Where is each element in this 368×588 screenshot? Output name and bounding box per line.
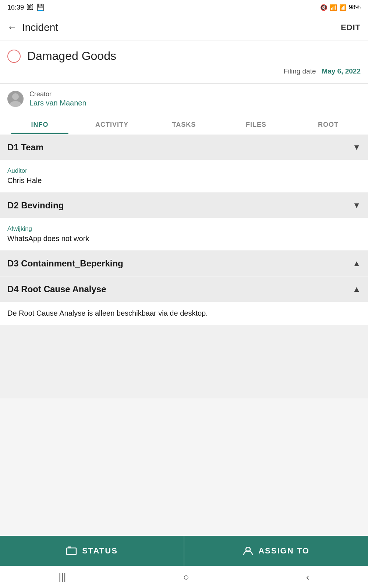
nav-bar: ||| ○ ‹ [0,566,368,588]
incident-title: Damaged Goods [27,49,116,63]
auditor-value: Chris Hale [7,176,361,185]
incident-header: Damaged Goods Filing date May 6, 2022 [0,40,368,83]
filing-date-row: Filing date May 6, 2022 [7,67,361,78]
tab-info[interactable]: INFO [4,114,76,134]
creator-name: Lars van Maanen [29,99,86,107]
content-spacer [0,325,368,398]
creator-row: Creator Lars van Maanen [0,84,368,114]
nav-home-icon[interactable]: ○ [183,571,189,583]
svg-rect-3 [68,546,71,548]
section-d4-header[interactable]: D4 Root Cause Analyse ▲ [0,277,368,302]
filing-date-label: Filing date [284,67,316,75]
page-title: Incident [22,22,58,33]
time-display: 16:39 [7,4,24,11]
afwijking-value: WhatsApp does not work [7,234,361,243]
svg-point-0 [12,93,19,100]
assign-icon [243,546,253,556]
section-d1-chevron: ▼ [353,143,361,152]
photo-icon: 🖼 [27,4,33,11]
auditor-label: Auditor [7,167,361,175]
section-d2-chevron: ▼ [353,201,361,210]
creator-label: Creator [29,90,86,98]
status-bar-right: 🔇 📶 📶 98% [320,4,361,11]
content-area: D1 Team ▼ Auditor Chris Hale D2 Bevindin… [0,135,368,398]
status-button-label: STATUS [82,546,118,556]
nav-recents-icon[interactable]: ||| [59,571,66,583]
status-bar: 16:39 🖼 💾 🔇 📶 📶 98% [0,0,368,15]
creator-info: Creator Lars van Maanen [29,90,86,107]
incident-status-circle [7,50,21,63]
section-d4-title: D4 Root Cause Analyse [7,284,106,294]
top-bar: ← Incident EDIT [0,15,368,40]
section-d2-title: D2 Bevinding [7,200,64,211]
section-d2-header[interactable]: D2 Bevinding ▼ [0,193,368,218]
back-button[interactable]: ← [7,22,17,33]
battery-display: 98% [349,4,361,11]
filing-date-value: May 6, 2022 [322,67,361,75]
section-d1-title: D1 Team [7,142,43,153]
svg-rect-2 [67,548,76,555]
mute-icon: 🔇 [320,4,328,11]
section-d1-content: Auditor Chris Hale [0,160,368,192]
bottom-buttons: STATUS ASSIGN TO [0,536,368,566]
assign-to-button-label: ASSIGN TO [258,546,309,556]
status-bar-left: 16:39 🖼 💾 [7,3,45,11]
tab-tasks[interactable]: TASKS [148,114,220,134]
afwijking-label: Afwijking [7,225,361,233]
tab-root[interactable]: ROOT [292,114,364,134]
section-d2-content: Afwijking WhatsApp does not work [0,218,368,250]
assign-to-button[interactable]: ASSIGN TO [184,536,368,566]
section-d1-header[interactable]: D1 Team ▼ [0,135,368,160]
top-bar-left: ← Incident [7,22,58,33]
status-icon [66,546,77,555]
tabs-bar: INFO ACTIVITY TASKS FILES ROOT [0,114,368,134]
section-d3-header[interactable]: D3 Containment_Beperking ▲ [0,251,368,276]
section-d3-chevron: ▲ [353,259,361,268]
avatar [7,91,24,107]
section-d4-content: De Root Cause Analyse is alleen beschikb… [0,302,368,325]
tab-activity[interactable]: ACTIVITY [76,114,148,134]
d4-description: De Root Cause Analyse is alleen beschikb… [7,309,361,318]
incident-title-row: Damaged Goods [7,49,361,63]
section-d3-title: D3 Containment_Beperking [7,258,123,269]
save-icon: 💾 [36,3,45,11]
wifi-icon: 📶 [330,4,337,11]
edit-button[interactable]: EDIT [341,23,361,32]
nav-back-icon[interactable]: ‹ [306,571,309,583]
svg-point-1 [10,101,21,107]
tab-files[interactable]: FILES [220,114,292,134]
status-button[interactable]: STATUS [0,536,184,566]
section-d4-chevron: ▲ [353,284,361,294]
signal-icon: 📶 [339,4,347,11]
